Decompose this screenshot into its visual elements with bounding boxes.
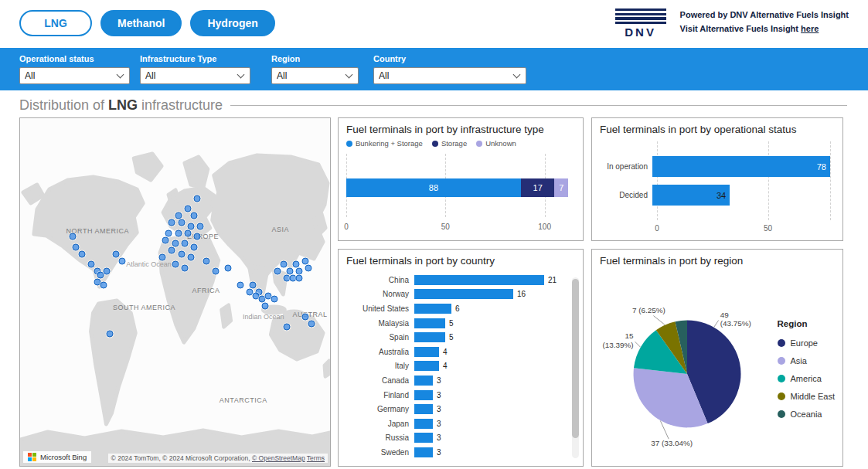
terminal-point[interactable]: [295, 275, 302, 282]
terminal-point[interactable]: [301, 257, 308, 264]
bar[interactable]: [414, 404, 433, 414]
operational-status-select[interactable]: All: [19, 67, 130, 84]
bar[interactable]: [414, 318, 445, 328]
terminal-point[interactable]: [168, 219, 175, 226]
terminal-point[interactable]: [261, 303, 268, 310]
legend-item[interactable]: Europe: [778, 334, 835, 352]
world-map-panel[interactable]: NORTH AMERICAEUROPEASIAAtlantic OceanAFR…: [19, 117, 331, 467]
legend-item[interactable]: America: [778, 369, 835, 387]
terminal-point[interactable]: [274, 268, 281, 275]
terminal-point[interactable]: [100, 282, 107, 289]
terminal-point[interactable]: [301, 313, 308, 320]
bar[interactable]: [414, 376, 433, 386]
terminal-point[interactable]: [283, 324, 290, 331]
country-row: Germany3: [346, 402, 563, 416]
bar-segment[interactable]: 7: [554, 178, 568, 197]
bar[interactable]: [414, 275, 544, 285]
bar[interactable]: [414, 332, 445, 342]
terminal-point[interactable]: [305, 264, 311, 271]
terminal-point[interactable]: [73, 243, 80, 250]
legend-item[interactable]: Oceania: [778, 405, 835, 423]
legend-item[interactable]: Asia: [778, 352, 835, 369]
continent-australia: [271, 313, 323, 359]
terminal-point[interactable]: [107, 331, 114, 338]
terminal-point[interactable]: [88, 261, 95, 268]
terminal-point[interactable]: [165, 229, 172, 236]
terminal-point[interactable]: [249, 282, 256, 289]
bar[interactable]: 34: [652, 185, 730, 206]
terminal-point[interactable]: [113, 250, 120, 257]
legend-item[interactable]: Bunkering + Storage: [346, 139, 423, 148]
terminal-point[interactable]: [187, 223, 194, 229]
terminal-point[interactable]: [295, 268, 302, 275]
legend-label: Unknown: [485, 139, 516, 148]
bar[interactable]: [414, 419, 433, 429]
terminal-point[interactable]: [271, 296, 277, 303]
terminal-point[interactable]: [175, 229, 182, 236]
world-map-graphic: [20, 118, 330, 466]
tab-hydrogen[interactable]: Hydrogen: [190, 10, 274, 36]
terminal-point[interactable]: [70, 233, 77, 240]
terminal-point[interactable]: [178, 219, 185, 226]
terminal-point[interactable]: [104, 268, 111, 275]
region-select[interactable]: All: [271, 67, 359, 84]
legend-swatch: [346, 141, 352, 147]
terminal-point[interactable]: [308, 320, 315, 327]
page-title: Distribution of LNG infrastructure: [19, 97, 847, 114]
country-scrollbar[interactable]: [572, 277, 579, 458]
terms-link[interactable]: Terms: [307, 454, 325, 462]
terminal-point[interactable]: [178, 250, 185, 257]
terminal-point[interactable]: [184, 229, 191, 236]
bar[interactable]: [414, 304, 451, 314]
terminal-point[interactable]: [280, 261, 287, 268]
terminal-point[interactable]: [286, 268, 293, 275]
terminal-point[interactable]: [193, 195, 200, 202]
terminal-point[interactable]: [193, 233, 200, 240]
terminal-point[interactable]: [79, 250, 86, 257]
terminal-point[interactable]: [172, 240, 179, 247]
terminal-point[interactable]: [190, 212, 197, 219]
bar[interactable]: [414, 347, 439, 357]
terminal-point[interactable]: [162, 236, 169, 243]
terminal-point[interactable]: [292, 261, 299, 268]
map-attribution: © 2024 TomTom, © 2024 Microsoft Corporat…: [108, 454, 328, 463]
country-select[interactable]: All: [373, 67, 526, 84]
bar-segment[interactable]: 88: [346, 178, 521, 197]
bar-value-label: 5: [449, 319, 454, 328]
legend-item[interactable]: Middle East: [778, 387, 835, 405]
bar[interactable]: [414, 361, 439, 371]
tab-lng[interactable]: LNG: [19, 10, 92, 36]
terminal-point[interactable]: [119, 257, 126, 264]
terminal-point[interactable]: [196, 223, 203, 229]
terminal-point[interactable]: [212, 268, 219, 275]
tab-methanol[interactable]: Methanol: [100, 10, 182, 36]
bar-segment[interactable]: 17: [521, 178, 555, 197]
bar[interactable]: 78: [652, 156, 830, 177]
bar[interactable]: [414, 390, 433, 400]
microsoft-logo-icon: [28, 453, 36, 461]
infrastructure-type-select[interactable]: All: [140, 67, 250, 84]
legend-item[interactable]: Unknown: [476, 139, 516, 148]
terminal-point[interactable]: [159, 254, 166, 261]
bar[interactable]: [414, 447, 433, 457]
terminal-point[interactable]: [181, 264, 188, 271]
scrollbar-thumb[interactable]: [572, 279, 579, 438]
terminal-point[interactable]: [181, 240, 188, 247]
panel-infrastructure-type: Fuel terminals in port by infrastructure…: [338, 117, 584, 241]
terminal-point[interactable]: [175, 212, 182, 219]
terminal-point[interactable]: [187, 254, 194, 261]
openstreetmap-link[interactable]: © OpenStreetMap: [252, 454, 305, 462]
terminal-point[interactable]: [224, 264, 231, 271]
bar[interactable]: [414, 433, 433, 443]
terminal-point[interactable]: [190, 243, 197, 250]
terminal-point[interactable]: [237, 282, 243, 289]
here-link[interactable]: here: [801, 24, 819, 33]
terminal-point[interactable]: [172, 261, 179, 268]
bar[interactable]: [414, 289, 513, 299]
terminal-point[interactable]: [168, 247, 175, 254]
category-label: Finland: [346, 391, 414, 399]
legend-item[interactable]: Storage: [432, 139, 467, 148]
terminal-point[interactable]: [203, 257, 209, 264]
terminal-point[interactable]: [184, 206, 191, 212]
bar-value-label: 4: [443, 362, 448, 370]
